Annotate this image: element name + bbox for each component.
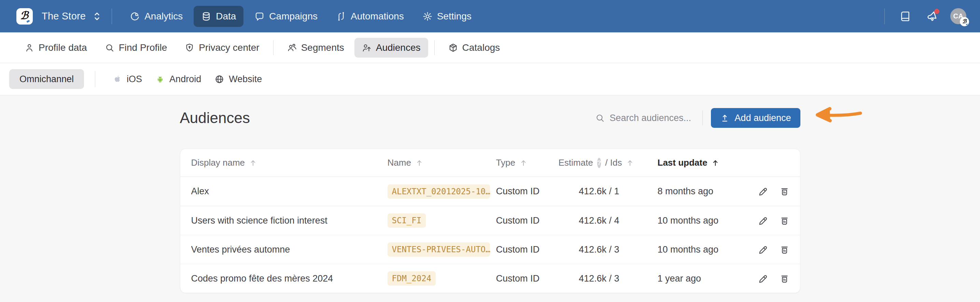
- globe-icon: [215, 75, 224, 84]
- delete-button[interactable]: [779, 186, 790, 197]
- topnav-items: Analytics Data Campaigns Automations Set…: [122, 6, 479, 27]
- add-audience-label: Add audience: [735, 113, 791, 123]
- topnav-item-label: Analytics: [145, 11, 183, 22]
- delete-button[interactable]: [779, 244, 790, 255]
- notification-dot: [934, 9, 939, 14]
- upload-icon: [720, 114, 729, 123]
- segments-icon: [287, 43, 297, 52]
- topnav-item-analytics[interactable]: Analytics: [122, 6, 190, 27]
- table-row[interactable]: Codes promo fête des mères 2024 FDM_2024…: [180, 264, 800, 293]
- apple-icon: [113, 74, 122, 84]
- subnav-item-audiences[interactable]: Audiences: [355, 38, 428, 58]
- workspace-switcher[interactable]: The Store: [42, 11, 102, 22]
- channel-website[interactable]: Website: [208, 69, 269, 89]
- cell-estimate: 412.6k / 3: [558, 274, 620, 284]
- edit-button[interactable]: [758, 186, 768, 197]
- row-actions: [758, 186, 790, 197]
- subnav-item-find-profile[interactable]: Find Profile: [97, 38, 175, 58]
- subnav-item-label: Segments: [301, 42, 344, 53]
- channel-ios[interactable]: iOS: [106, 69, 149, 89]
- row-actions: [758, 215, 790, 226]
- audience-upload-icon: [362, 43, 372, 52]
- page-header: Audiences Add audience: [180, 101, 800, 135]
- trash-icon: [779, 244, 790, 255]
- col-display-name[interactable]: Display name: [191, 158, 388, 168]
- channel-nav: Omnichannel iOS Android Website: [0, 63, 980, 95]
- help-icon[interactable]: ?: [597, 158, 601, 168]
- data-icon: [201, 11, 212, 22]
- topnav-item-label: Data: [216, 11, 236, 22]
- sort-up-icon: [249, 159, 257, 167]
- col-estimate[interactable]: Estimate ? / Ids: [558, 158, 620, 168]
- package-icon: [448, 43, 458, 52]
- cell-type: Custom ID: [496, 186, 558, 197]
- topnav-item-label: Campaigns: [269, 11, 318, 22]
- topnav-right-divider: [885, 8, 885, 24]
- table-header: Display name Name Type Estimate ? / Ids: [180, 149, 800, 177]
- edit-button[interactable]: [758, 215, 768, 226]
- header-divider: [702, 111, 703, 125]
- pencil-icon: [758, 274, 768, 284]
- topnav-item-automations[interactable]: Automations: [328, 6, 412, 27]
- cell-last-update: 10 months ago: [620, 215, 758, 226]
- table-body: Alex ALEXTXT_02012025-10… Custom ID 412.…: [180, 177, 800, 293]
- col-last-update[interactable]: Last update: [620, 158, 758, 168]
- search-input[interactable]: [609, 113, 699, 123]
- cell-display-name: Codes promo fête des mères 2024: [191, 274, 388, 284]
- sort-up-icon: [711, 159, 719, 167]
- cell-name-code: SCI_FI: [388, 213, 426, 228]
- subnav-divider: [273, 40, 274, 55]
- audiences-table: Display name Name Type Estimate ? / Ids: [180, 149, 800, 293]
- data-subnav: Profile data Find Profile Privacy center…: [0, 32, 980, 63]
- page-title: Audiences: [180, 109, 250, 126]
- pencil-icon: [758, 215, 768, 226]
- row-actions: [758, 273, 790, 284]
- cell-name-code: FDM_2024: [388, 271, 436, 286]
- topnav-item-label: Settings: [437, 11, 472, 22]
- topnav-item-settings[interactable]: Settings: [415, 6, 479, 27]
- cell-display-name: Ventes privées automne: [191, 244, 388, 255]
- cell-type: Custom ID: [496, 274, 558, 284]
- add-audience-button[interactable]: Add audience: [711, 108, 800, 128]
- topnav-item-campaigns[interactable]: Campaigns: [247, 6, 325, 27]
- edit-button[interactable]: [758, 273, 768, 284]
- cell-estimate: 412.6k / 3: [558, 244, 620, 255]
- cell-name-code: VENTES-PRIVEES-AUTO…: [388, 242, 490, 257]
- channel-label: iOS: [127, 74, 142, 85]
- col-name[interactable]: Name: [388, 158, 496, 168]
- topnav-item-label: Automations: [351, 11, 404, 22]
- table-row[interactable]: Ventes privées automne VENTES-PRIVEES-AU…: [180, 235, 800, 264]
- shield-icon: [185, 43, 194, 52]
- topnav-item-data[interactable]: Data: [194, 6, 243, 27]
- audience-search: [595, 113, 699, 123]
- table-row[interactable]: Alex ALEXTXT_02012025-10… Custom ID 412.…: [180, 177, 800, 206]
- channel-label: Omnichannel: [19, 74, 74, 85]
- table-row[interactable]: Users with science fiction interest SCI_…: [180, 206, 800, 235]
- avatar-badge: ℬ: [960, 17, 969, 26]
- avatar[interactable]: CA ℬ: [950, 8, 966, 24]
- search-icon: [595, 113, 605, 123]
- documentation-button[interactable]: [897, 8, 913, 25]
- subnav-divider: [434, 40, 435, 55]
- subnav-item-label: Catalogs: [462, 42, 500, 53]
- edit-button[interactable]: [758, 244, 768, 255]
- col-type[interactable]: Type: [496, 158, 558, 168]
- app-logo[interactable]: ℬ: [16, 8, 33, 25]
- cell-estimate: 412.6k / 1: [558, 186, 620, 197]
- subnav-item-profile-data[interactable]: Profile data: [17, 38, 95, 58]
- subnav-item-catalogs[interactable]: Catalogs: [441, 38, 508, 58]
- whats-new-button[interactable]: [924, 8, 940, 25]
- campaigns-icon: [255, 11, 265, 22]
- subnav-item-segments[interactable]: Segments: [280, 38, 352, 58]
- topnav-right: CA ℬ: [882, 8, 966, 25]
- person-icon: [25, 43, 34, 52]
- pencil-icon: [758, 244, 768, 255]
- cell-type: Custom ID: [496, 244, 558, 255]
- channel-omnichannel[interactable]: Omnichannel: [9, 69, 84, 89]
- channel-android[interactable]: Android: [149, 69, 208, 89]
- delete-button[interactable]: [779, 215, 790, 226]
- cell-name-code: ALEXTXT_02012025-10…: [388, 184, 490, 199]
- subnav-item-label: Find Profile: [119, 42, 167, 53]
- delete-button[interactable]: [779, 273, 790, 284]
- subnav-item-privacy-center[interactable]: Privacy center: [177, 38, 267, 58]
